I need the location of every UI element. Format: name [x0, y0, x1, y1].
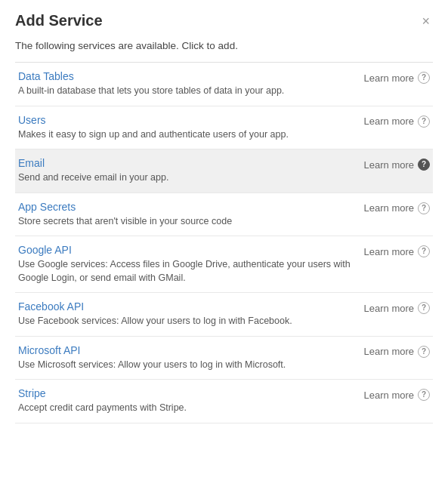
learn-more-text[interactable]: Learn more — [364, 346, 414, 357]
learn-more-text[interactable]: Learn more — [364, 390, 414, 401]
service-desc: Accept credit card payments with Stripe. — [18, 402, 355, 415]
service-desc: Use Facebook services: Allow your users … — [18, 315, 355, 328]
service-desc: Use Microsoft services: Allow your users… — [18, 359, 355, 372]
help-icon[interactable]: ? — [418, 389, 430, 401]
service-desc: Send and receive email in your app. — [18, 171, 355, 185]
service-content: StripeAccept credit card payments with S… — [18, 387, 364, 415]
service-content: App SecretsStore secrets that aren't vis… — [18, 201, 364, 229]
learn-more-text[interactable]: Learn more — [364, 115, 414, 127]
help-icon[interactable]: ? — [418, 245, 430, 257]
service-name: Google API — [18, 244, 355, 256]
service-desc: Use Google services: Access files in Goo… — [18, 258, 355, 285]
add-service-dialog: Add Service × The following services are… — [0, 0, 448, 502]
learn-more-text[interactable]: Learn more — [364, 72, 414, 84]
service-desc: A built-in database that lets you store … — [18, 85, 355, 98]
help-icon[interactable]: ? — [418, 72, 430, 84]
service-name: Email — [18, 157, 355, 169]
learn-more-section: Learn more? — [364, 114, 430, 128]
close-button[interactable]: × — [419, 13, 433, 29]
learn-more-text[interactable]: Learn more — [364, 246, 414, 257]
learn-more-section: Learn more? — [364, 157, 430, 171]
service-content: Facebook APIUse Facebook services: Allow… — [18, 300, 364, 328]
service-item[interactable]: Data TablesA built-in database that lets… — [15, 63, 433, 106]
service-item[interactable]: App SecretsStore secrets that aren't vis… — [15, 193, 433, 237]
service-item[interactable]: UsersMakes it easy to sign up and and au… — [15, 106, 433, 150]
service-content: Data TablesA built-in database that lets… — [18, 70, 364, 98]
dialog-subtitle: The following services are available. Cl… — [15, 40, 433, 51]
service-item[interactable]: Microsoft APIUse Microsoft services: All… — [15, 337, 433, 380]
service-name: Microsoft API — [18, 344, 355, 356]
service-content: Google APIUse Google services: Access fi… — [18, 244, 364, 285]
help-icon[interactable]: ? — [418, 302, 430, 314]
help-icon[interactable]: ? — [418, 346, 430, 358]
service-item[interactable]: EmailSend and receive email in your app.… — [15, 149, 433, 193]
service-name: Data Tables — [18, 70, 355, 82]
learn-more-section: Learn more? — [364, 387, 430, 401]
learn-more-section: Learn more? — [364, 201, 430, 214]
learn-more-text[interactable]: Learn more — [364, 202, 414, 214]
learn-more-section: Learn more? — [364, 300, 430, 314]
learn-more-section: Learn more? — [364, 70, 430, 84]
help-icon[interactable]: ? — [418, 115, 430, 128]
service-desc: Makes it easy to sign up and and authent… — [18, 128, 355, 142]
learn-more-section: Learn more? — [364, 344, 430, 358]
learn-more-section: Learn more? — [364, 244, 430, 257]
service-name: App Secrets — [18, 201, 355, 213]
service-item[interactable]: Google APIUse Google services: Access fi… — [15, 236, 433, 293]
help-icon[interactable]: ? — [418, 202, 430, 214]
help-icon[interactable]: ? — [418, 159, 430, 171]
service-item[interactable]: Facebook APIUse Facebook services: Allow… — [15, 293, 433, 337]
service-name: Users — [18, 114, 355, 126]
learn-more-text[interactable]: Learn more — [364, 159, 414, 171]
service-content: EmailSend and receive email in your app. — [18, 157, 364, 185]
learn-more-text[interactable]: Learn more — [364, 303, 414, 314]
service-item[interactable]: StripeAccept credit card payments with S… — [15, 380, 433, 423]
dialog-header: Add Service × — [15, 12, 433, 29]
service-name: Facebook API — [18, 300, 355, 313]
service-desc: Store secrets that aren't visible in you… — [18, 215, 355, 229]
service-content: UsersMakes it easy to sign up and and au… — [18, 114, 364, 142]
service-name: Stripe — [18, 387, 355, 399]
dialog-title: Add Service — [15, 12, 103, 29]
service-content: Microsoft APIUse Microsoft services: All… — [18, 344, 364, 372]
service-list: Data TablesA built-in database that lets… — [15, 62, 433, 423]
